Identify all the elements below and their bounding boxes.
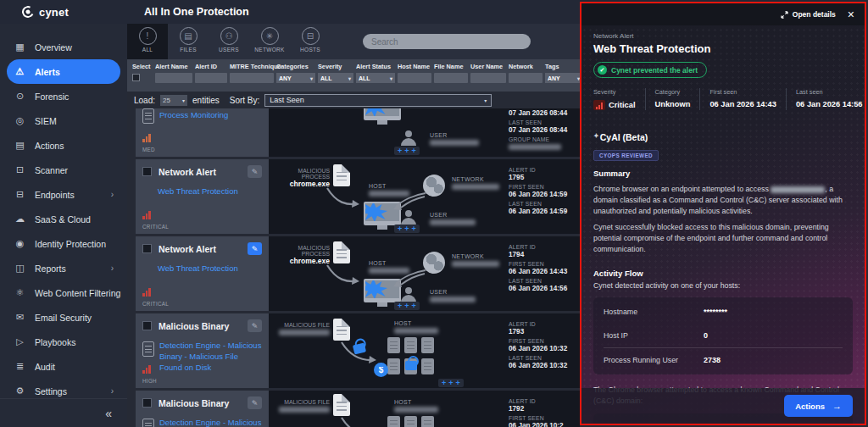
sidebar-collapse[interactable]: « <box>0 398 127 427</box>
row-checkbox[interactable] <box>142 244 152 253</box>
remediation-icon[interactable]: ✎ <box>248 319 262 332</box>
sidebar-item[interactable]: ≣ Audit <box>7 354 120 379</box>
sidebar-item-label: Scanner <box>35 165 68 175</box>
encrypted-file-icon <box>404 337 417 353</box>
sidebar-item[interactable]: ◎ SIEM <box>7 108 120 133</box>
actions-button[interactable]: Actions → <box>784 395 853 417</box>
expand-plus-badge[interactable]: +++ <box>394 225 420 233</box>
filter-column: User Name ▾ <box>470 63 506 88</box>
alert-info: 07 Jan 2026 08:44 LAST SEEN 07 Jan 2026 … <box>509 108 576 150</box>
alert-link[interactable]: Detection Engine - Malicious <box>159 418 262 427</box>
alert-diagram: MALICIOUS FILE HOST $ +++ <box>269 313 580 388</box>
sidebar-item[interactable]: ▤ Actions <box>7 133 120 158</box>
alert-link[interactable]: Web Threat Protection <box>158 186 262 197</box>
redacted-user-name <box>430 219 476 225</box>
sidebar-item[interactable]: ⚛ Web Content Filtering <box>7 280 120 305</box>
filter-select[interactable]: ALL ▾ <box>318 73 353 83</box>
remediation-icon[interactable]: ✎ <box>248 242 262 255</box>
sort-by-label: Sort By: <box>230 96 260 105</box>
sidebar-item[interactable]: ☁ SaaS & Cloud <box>7 207 120 231</box>
open-details-button[interactable]: Open details <box>781 10 836 19</box>
search-input[interactable] <box>363 34 531 49</box>
remediation-icon[interactable]: ✎ <box>248 396 262 409</box>
entity-tab[interactable]: ⊟ HOSTS <box>290 24 331 59</box>
row-checkbox[interactable] <box>142 398 152 408</box>
entity-tab[interactable]: ✳ NETWORK <box>249 24 290 59</box>
filter-select[interactable]: ALL ▾ <box>356 73 395 83</box>
filter-input[interactable] <box>509 73 542 83</box>
filter-input[interactable] <box>155 73 192 83</box>
alert-id-label: ALERT ID <box>509 321 576 327</box>
sidebar-item[interactable]: ◉ Identity Protection <box>7 231 120 256</box>
filter-input[interactable] <box>398 73 431 83</box>
path-value: c:\program files\google\chrome\applicati… <box>704 424 865 425</box>
sidebar-item-label: Playbooks <box>35 337 75 347</box>
sidebar-item[interactable]: ▷ Playbooks <box>7 330 120 354</box>
alert-row[interactable]: Process Monitoring MED USER +++ 07 Jan 2… <box>136 108 580 157</box>
filter-column: Select ▾ <box>132 63 153 88</box>
main-content: ! ALL ▤ FILES ⚇ USERS ✳ NETWORK <box>127 24 580 427</box>
encrypted-file-icon <box>421 337 434 353</box>
load-count-select[interactable]: 25▾ <box>160 95 187 106</box>
expand-plus-badge[interactable]: +++ <box>394 302 420 310</box>
entity-tab[interactable]: ▤ FILES <box>168 24 209 59</box>
filter-input[interactable] <box>470 73 506 83</box>
alert-link[interactable]: Web Threat Protection <box>158 263 262 274</box>
last-seen-label: LAST SEEN <box>509 355 576 361</box>
filter-input[interactable] <box>230 73 274 83</box>
alert-row[interactable]: Malicious Binary ✎ Detection Engine - Ma… <box>136 391 580 427</box>
alert-card: Network Alert ✎ Web Threat Protection CR… <box>136 236 269 311</box>
sidebar-item[interactable]: ⚠ Alerts <box>7 59 120 84</box>
close-icon[interactable]: × <box>848 8 854 20</box>
expand-plus-badge[interactable]: +++ <box>394 147 420 155</box>
malicious-file-icon <box>333 319 350 341</box>
alert-row[interactable]: Network Alert ✎ Web Threat Protection CR… <box>136 159 580 234</box>
tab-label: NETWORK <box>254 47 284 53</box>
alert-link[interactable]: Process Monitoring <box>159 110 262 121</box>
first-seen-value: 06 Jan 2026 14:59 <box>509 191 576 198</box>
panel-header: Open details × <box>581 3 865 25</box>
entity-tabs: ! ALL ▤ FILES ⚇ USERS ✳ NETWORK <box>127 24 580 59</box>
row-checkbox[interactable] <box>142 321 152 330</box>
filter-column-label: Alert Name <box>155 63 192 70</box>
row-checkbox[interactable] <box>142 167 152 176</box>
expand-plus-badge[interactable]: +++ <box>438 379 464 387</box>
severity-label: MED <box>142 147 155 152</box>
sidebar-item-label: Endpoints <box>35 190 75 200</box>
redacted-user-name <box>430 140 479 146</box>
path-label: Process Path <box>604 424 704 425</box>
filter-input[interactable] <box>434 73 468 83</box>
alert-row[interactable]: Network Alert ✎ Web Threat Protection CR… <box>136 236 580 311</box>
arrow-connector <box>391 190 428 212</box>
filter-select[interactable]: ANY ▾ <box>545 73 580 83</box>
alert-row[interactable]: Malicious Binary ✎ Detection Engine - Ma… <box>136 313 580 388</box>
sidebar-item[interactable]: ⊙ Forensic <box>7 84 120 108</box>
user-icon <box>401 130 416 146</box>
cynet-logo[interactable]: cynet <box>0 6 127 19</box>
sidebar-item[interactable]: ⊡ Scanner <box>7 158 120 182</box>
filter-column-label: MITRE Technique <box>230 63 274 70</box>
filter-select[interactable]: ANY ▾ <box>276 73 315 83</box>
sidebar-item[interactable]: ✉ Email Security <box>7 305 120 330</box>
collapse-icon[interactable]: « <box>105 407 112 420</box>
sidebar-item-label: Settings <box>35 386 67 396</box>
filter-column-label: Severity <box>318 63 353 70</box>
users-tab-icon: ⚇ <box>220 27 238 45</box>
summary-paragraph-1: Chrome browser on an endpoint attempted … <box>593 184 853 216</box>
sidebar-item[interactable]: ◫ Reports › <box>7 256 120 280</box>
sidebar-item[interactable]: ▦ Overview <box>7 35 120 59</box>
sidebar-item[interactable]: ⊟ Endpoints › <box>7 182 120 207</box>
first-seen-label: FIRST SEEN <box>509 184 576 190</box>
select-all-checkbox[interactable] <box>132 74 140 81</box>
alert-id-label: ALERT ID <box>509 167 576 173</box>
sidebar: ▦ Overview ⚠ Alerts ⊙ Forensic ◎ SIEM <box>0 24 127 427</box>
last-seen-label: LAST SEEN <box>509 278 576 284</box>
remediation-icon[interactable]: ✎ <box>248 165 262 178</box>
sort-select[interactable]: Last Seen▾ <box>264 94 492 107</box>
alert-link[interactable]: Detection Engine - Malicious Binary - Ma… <box>159 341 262 373</box>
filter-input[interactable] <box>195 73 227 83</box>
entity-tab[interactable]: ⚇ USERS <box>209 24 249 59</box>
caret-down-icon: ▾ <box>182 97 185 103</box>
redacted-host-name <box>394 407 438 413</box>
entity-tab[interactable]: ! ALL <box>127 24 168 59</box>
